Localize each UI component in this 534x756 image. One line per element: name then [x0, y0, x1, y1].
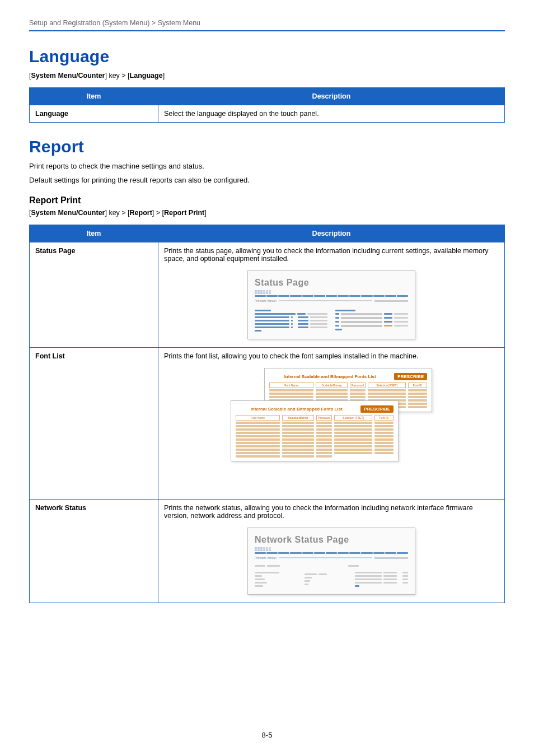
cell-description: Select the language displayed on the tou…: [158, 105, 505, 123]
status-page-thumbnail: Status Page Firmware Version: [247, 270, 415, 339]
nav-path-report-print: [System Menu/Counter] key > [Report] > […: [29, 209, 505, 217]
col-header-item: Item: [30, 225, 158, 242]
cell-item: Status Page: [30, 242, 158, 348]
prescribe-tag: PRESCRIBE: [394, 373, 427, 380]
cell-item: Language: [30, 105, 158, 123]
thumb-fw-label: Firmware Version: [255, 299, 277, 302]
font-card-title: Internal Scalable and Bitmapped Fonts Li…: [269, 374, 391, 379]
heading-report: Report: [29, 137, 505, 156]
key-report-print: Report Print: [164, 209, 204, 217]
nav-path-language: [System Menu/Counter] key > [Language]: [29, 72, 505, 80]
document-page: Setup and Registration (System Menu) > S…: [0, 0, 534, 756]
col-header-item: Item: [30, 88, 158, 105]
cell-item: Network Status: [30, 500, 158, 603]
table-row: Language Select the language displayed o…: [30, 105, 505, 123]
network-status-thumbnail: Network Status Page Firmware Version: [247, 528, 415, 595]
breadcrumb: Setup and Registration (System Menu) > S…: [29, 19, 505, 31]
table-row-network-status: Network Status Prints the network status…: [30, 500, 505, 603]
status-page-desc-text: Prints the status page, allowing you to …: [164, 247, 499, 263]
table-row-status-page: Status Page Prints the status page, allo…: [30, 242, 505, 348]
table-language: Item Description Language Select the lan…: [29, 87, 505, 123]
heading-language: Language: [29, 47, 505, 66]
report-paragraph-2: Default settings for printing the result…: [29, 176, 505, 184]
thumb-fw-label: Firmware Version: [255, 556, 277, 559]
thumb-title: Status Page: [255, 278, 408, 288]
key-language: Language: [130, 72, 163, 80]
report-paragraph-1: Print reports to check the machine setti…: [29, 162, 505, 170]
key-report: Report: [130, 209, 152, 217]
font-card-front: Internal Scalable and Bitmapped Fonts Li…: [231, 400, 399, 461]
cell-description: Prints the status page, allowing you to …: [158, 242, 505, 348]
font-list-desc-text: Prints the font list, allowing you to ch…: [164, 352, 499, 360]
thumb-decor-icon: [255, 290, 270, 294]
key-system-menu-counter: System Menu/Counter: [31, 72, 105, 80]
thumb-title: Network Status Page: [255, 535, 408, 545]
font-card-title: Internal Scalable and Bitmapped Fonts Li…: [236, 407, 357, 412]
key-system-menu-counter: System Menu/Counter: [31, 209, 105, 217]
prescribe-tag: PRESCRIBE: [360, 405, 394, 413]
table-row-font-list: Font List Prints the font list, allowing…: [30, 348, 505, 500]
font-list-thumbnail: Internal Scalable and Bitmapped Fonts Li…: [231, 368, 432, 491]
col-header-description: Description: [158, 225, 505, 242]
page-number: 8-5: [0, 731, 534, 739]
col-header-description: Description: [158, 88, 505, 105]
subheading-report-print: Report Print: [29, 195, 505, 206]
thumb-decor-icon: [255, 547, 270, 551]
cell-description: Prints the network status, allowing you …: [158, 500, 505, 603]
cell-item: Font List: [30, 348, 158, 500]
network-status-desc-text: Prints the network status, allowing you …: [164, 504, 499, 520]
table-report-print: Item Description Status Page Prints the …: [29, 225, 505, 603]
cell-description: Prints the font list, allowing you to ch…: [158, 348, 505, 500]
